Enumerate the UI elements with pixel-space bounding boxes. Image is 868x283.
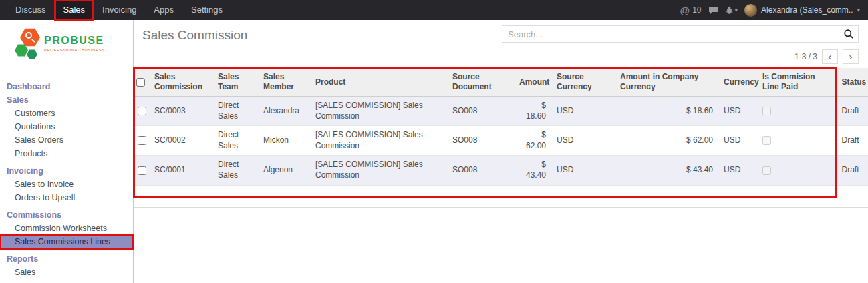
table-row[interactable]: SC/0002 Direct Sales Mickon [SALES COMMI… [134, 126, 868, 156]
search-box [502, 25, 859, 43]
cell-sales-commission[interactable]: SC/0001 [149, 156, 212, 185]
sidebar-heading-commissions[interactable]: Commissions [0, 208, 133, 222]
col-header-sales-commission[interactable]: Sales Commission [149, 68, 212, 97]
sidebar-item-quotations[interactable]: Quotations [0, 120, 133, 133]
sidebar-item-sales-orders[interactable]: Sales Orders [0, 133, 133, 147]
sidebar-heading-dashboard[interactable]: Dashboard [0, 80, 133, 93]
sidebar-item-customers[interactable]: Customers [0, 107, 133, 120]
is-paid-checkbox [762, 166, 771, 175]
col-header-status[interactable]: Status [836, 68, 868, 97]
is-paid-checkbox [762, 136, 771, 145]
cell-currency[interactable]: USD [718, 97, 757, 126]
cell-amount[interactable]: $ 62.00 [514, 126, 551, 156]
menu-sales[interactable]: Sales [55, 0, 94, 20]
pager-previous-button[interactable]: ‹ [822, 49, 838, 64]
main-menu: Discuss Sales Invoicing Apps Settings [0, 0, 231, 20]
cell-currency[interactable]: USD [718, 156, 757, 185]
row-select-checkbox[interactable] [138, 107, 146, 115]
mentions-button[interactable]: @ 10 [680, 5, 702, 16]
cell-amount-company-currency[interactable]: $ 62.00 [615, 126, 718, 156]
debug-menu-button[interactable]: ▾ [725, 6, 738, 15]
cell-amount[interactable]: $ 18.60 [514, 97, 551, 126]
pager-range: 1-3 / 3 [794, 52, 817, 61]
cell-product[interactable]: [SALES COMMISSION] Sales Commission [310, 126, 447, 156]
pager: 1-3 / 3 ‹ › [794, 49, 859, 64]
col-header-is-commission-line-paid[interactable]: Is Commision Line Paid [757, 68, 836, 97]
sidebar-item-sales-commissions-lines[interactable]: Sales Commissions Lines [0, 235, 133, 248]
is-paid-checkbox [762, 107, 771, 115]
cell-currency[interactable]: USD [718, 126, 757, 156]
col-header-sales-member[interactable]: Sales Member [258, 68, 310, 97]
cell-source-currency[interactable]: USD [551, 126, 615, 156]
cell-source-document[interactable]: SO008 [447, 97, 514, 126]
sidebar-heading-sales[interactable]: Sales [0, 93, 133, 107]
mention-count: 10 [692, 5, 701, 15]
page-title: Sales Commission [142, 28, 247, 43]
row-select-checkbox[interactable] [138, 136, 146, 145]
sidebar-heading-invoicing[interactable]: Invoicing [0, 164, 133, 178]
cell-source-document[interactable]: SO008 [447, 126, 514, 156]
sidebar-heading-reports[interactable]: Reports [0, 252, 133, 266]
avatar [744, 4, 757, 17]
pager-next-button[interactable]: › [843, 49, 859, 64]
table-row[interactable]: SC/0003 Direct Sales Alexandra [SALES CO… [134, 97, 868, 126]
cell-product[interactable]: [SALES COMMISSION] Sales Commission [310, 97, 447, 126]
col-header-source-document[interactable]: Source Document [447, 68, 514, 97]
cell-amount[interactable]: $ 43.40 [514, 156, 551, 185]
cell-sales-team[interactable]: Direct Sales [212, 126, 258, 156]
menu-settings[interactable]: Settings [182, 0, 231, 20]
col-header-amount[interactable]: Amount [514, 68, 551, 97]
cell-sales-member[interactable]: Algenon [258, 156, 310, 185]
cell-status[interactable]: Draft [836, 126, 868, 156]
cell-sales-commission[interactable]: SC/0003 [149, 97, 212, 126]
cell-is-paid [757, 126, 836, 156]
row-select-checkbox[interactable] [138, 166, 146, 175]
cell-amount-company-currency[interactable]: $ 43.40 [615, 156, 718, 185]
cell-sales-member[interactable]: Alexandra [258, 97, 310, 126]
cell-sales-commission[interactable]: SC/0002 [149, 126, 212, 156]
sidebar-item-products[interactable]: Products [0, 147, 133, 160]
col-header-amount-company-currency[interactable]: Amount in Company Currency [615, 68, 718, 97]
logo-hexagon-teal [27, 49, 37, 59]
cell-sales-member[interactable]: Mickon [258, 126, 310, 156]
user-name: Alexandra (Sales_comm.. [761, 5, 853, 15]
menu-apps[interactable]: Apps [145, 0, 182, 20]
cell-is-paid [757, 156, 836, 185]
cell-source-currency[interactable]: USD [551, 156, 615, 185]
sidebar-nav: Dashboard Sales Customers Quotations Sal… [0, 80, 133, 279]
commission-lines-table: Sales Commission Sales Team Sales Member… [134, 68, 868, 186]
col-header-product[interactable]: Product [310, 68, 447, 97]
search-icon[interactable] [843, 29, 858, 39]
sidebar-item-orders-to-upsell[interactable]: Orders to Upsell [0, 191, 133, 204]
cell-is-paid [757, 97, 836, 126]
mention-icon: @ [680, 5, 690, 16]
cell-status[interactable]: Draft [836, 97, 868, 126]
cell-status[interactable]: Draft [836, 156, 868, 185]
user-menu[interactable]: Alexandra (Sales_comm.. ▾ [744, 4, 860, 17]
cell-product[interactable]: [SALES COMMISSION] Sales Commission [310, 156, 447, 185]
sidebar-item-reports-sales[interactable]: Sales [0, 266, 133, 279]
table-header-row: Sales Commission Sales Team Sales Member… [134, 68, 868, 97]
main-content: Sales Commission 1-3 / 3 ‹ › Sales Commi… [134, 20, 868, 283]
chevron-down-icon: ▾ [857, 7, 860, 13]
cell-amount-company-currency[interactable]: $ 18.60 [615, 97, 718, 126]
messages-icon[interactable] [708, 6, 718, 15]
menu-invoicing[interactable]: Invoicing [94, 0, 145, 20]
col-header-source-currency[interactable]: Source Currency [551, 68, 615, 97]
logo-title: PROBUSE [44, 35, 104, 46]
col-header-sales-team[interactable]: Sales Team [212, 68, 258, 97]
col-header-currency[interactable]: Currency [718, 68, 757, 97]
cell-sales-team[interactable]: Direct Sales [212, 156, 258, 185]
magnifier-icon [25, 32, 32, 39]
topbar: Discuss Sales Invoicing Apps Settings @ … [0, 0, 868, 20]
cell-source-document[interactable]: SO008 [447, 156, 514, 185]
search-input[interactable] [502, 29, 843, 39]
cell-source-currency[interactable]: USD [551, 97, 615, 126]
select-all-checkbox[interactable] [136, 78, 145, 87]
cell-sales-team[interactable]: Direct Sales [212, 97, 258, 126]
table-row[interactable]: SC/0001 Direct Sales Algenon [SALES COMM… [134, 156, 868, 185]
sidebar-item-sales-to-invoice[interactable]: Sales to Invoice [0, 178, 133, 191]
sidebar: PROBUSE PROFESSIONAL BUSINESS Dashboard … [0, 20, 134, 283]
sidebar-item-commission-worksheets[interactable]: Commission Worksheets [0, 222, 133, 235]
menu-discuss[interactable]: Discuss [7, 0, 55, 20]
